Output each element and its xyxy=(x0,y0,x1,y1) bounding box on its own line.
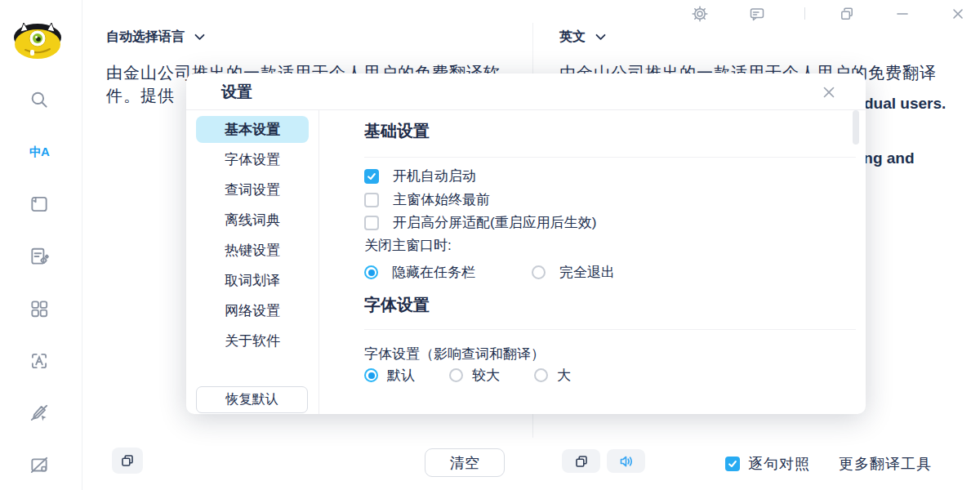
checkbox-autostart[interactable]: 开机自动启动 xyxy=(364,167,476,185)
compare-checkbox-label[interactable]: 逐句对照 xyxy=(748,454,810,474)
checkbox-unchecked-icon xyxy=(364,193,379,207)
radio-label-large[interactable]: 大 xyxy=(557,366,571,385)
restore-defaults-button[interactable]: 恢复默认 xyxy=(196,386,308,413)
target-copy-button[interactable] xyxy=(562,449,600,473)
font-size-radio-group: 默认 较大 大 xyxy=(364,366,571,385)
radio-unselected-icon[interactable] xyxy=(534,368,548,382)
menu-item-network[interactable]: 网络设置 xyxy=(196,297,309,324)
image-translate-icon[interactable] xyxy=(27,454,51,477)
app-logo[interactable] xyxy=(11,21,64,60)
menu-item-lookup[interactable]: 查词设置 xyxy=(196,176,309,203)
dialog-menu-divider xyxy=(318,109,319,414)
menu-item-offline[interactable]: 离线词典 xyxy=(196,207,309,234)
checkbox-always-on-top[interactable]: 主窗体始终最前 xyxy=(364,190,490,209)
radio-selected-icon[interactable] xyxy=(364,368,378,382)
radio-label-larger[interactable]: 较大 xyxy=(472,366,500,385)
window-restore-icon[interactable] xyxy=(836,3,858,24)
close-window-radio-group: 隐藏在任务栏 完全退出 xyxy=(364,263,615,282)
settings-gear-icon[interactable] xyxy=(689,3,710,24)
dialog-header-divider xyxy=(186,109,866,110)
settings-dialog: 设置 基本设置 字体设置 查词设置 离线词典 热键设置 取词划译 网络设置 关于… xyxy=(186,74,866,414)
dialog-close-icon[interactable] xyxy=(818,82,840,103)
checkbox-label: 开启高分屏适配(重启应用后生效) xyxy=(393,213,596,232)
copy-icon xyxy=(120,453,135,468)
speaker-button[interactable] xyxy=(607,449,645,473)
checkbox-label: 主窗体始终最前 xyxy=(393,190,490,209)
apps-grid-icon[interactable] xyxy=(27,297,51,320)
speaker-icon xyxy=(618,453,635,470)
source-language-selector[interactable]: 自动选择语言 xyxy=(106,29,205,46)
checkbox-checked-icon xyxy=(364,169,379,184)
titlebar-separator xyxy=(804,7,805,20)
menu-item-capture[interactable]: 取词划译 xyxy=(196,267,309,294)
section-divider xyxy=(364,157,856,158)
compare-checkbox[interactable] xyxy=(725,457,740,471)
chevron-down-icon xyxy=(194,33,205,41)
checkbox-label: 开机自动启动 xyxy=(393,167,476,185)
font-settings-header: 字体设置 xyxy=(364,294,430,316)
search-icon[interactable] xyxy=(27,88,51,111)
checkbox-hidpi[interactable]: 开启高分屏适配(重启应用后生效) xyxy=(364,213,596,232)
radio-label-default[interactable]: 默认 xyxy=(387,366,415,385)
source-copy-button[interactable] xyxy=(112,448,143,474)
target-translation-fragment-2: ing and xyxy=(859,149,915,167)
close-window-label: 关闭主窗口时: xyxy=(364,236,452,255)
ocr-capture-icon[interactable] xyxy=(27,350,51,372)
radio-selected-icon[interactable] xyxy=(364,265,378,279)
feedback-message-icon[interactable] xyxy=(746,3,768,24)
copy-icon xyxy=(574,454,589,469)
radio-label-exit[interactable]: 完全退出 xyxy=(559,263,615,282)
menu-item-font[interactable]: 字体设置 xyxy=(196,146,309,173)
doc-translate-icon[interactable] xyxy=(27,245,51,268)
target-language-label: 英文 xyxy=(559,29,586,46)
radio-unselected-icon[interactable] xyxy=(532,265,546,279)
checkbox-unchecked-icon xyxy=(364,216,379,230)
clear-button[interactable]: 清空 xyxy=(425,448,505,477)
radio-label-hide-taskbar[interactable]: 隐藏在任务栏 xyxy=(392,263,475,282)
target-translation-fragment-1: dual users. xyxy=(864,95,946,113)
menu-item-about[interactable]: 关于软件 xyxy=(196,327,309,354)
translate-icon[interactable]: 中A xyxy=(27,140,51,163)
wordbook-icon[interactable] xyxy=(27,193,51,216)
source-text-line2: 件。提供 xyxy=(106,85,175,107)
target-language-selector[interactable]: 英文 xyxy=(559,29,606,46)
font-settings-label: 字体设置（影响查词和翻译） xyxy=(364,345,545,363)
radio-unselected-icon[interactable] xyxy=(449,368,463,382)
clear-button-label: 清空 xyxy=(450,453,479,473)
screen-translate-icon[interactable] xyxy=(27,402,51,425)
chevron-down-icon xyxy=(595,33,606,41)
dialog-title: 设置 xyxy=(221,82,252,103)
menu-item-basic[interactable]: 基本设置 xyxy=(196,116,309,143)
basic-settings-header: 基础设置 xyxy=(364,120,430,142)
window-minimize-icon[interactable] xyxy=(892,3,913,24)
source-language-label: 自动选择语言 xyxy=(106,29,185,46)
dialog-scrollbar-thumb[interactable] xyxy=(853,110,859,145)
more-tools-link[interactable]: 更多翻译工具 xyxy=(839,454,932,474)
menu-item-hotkey[interactable]: 热键设置 xyxy=(196,237,309,264)
powerword-mascot-icon xyxy=(11,21,64,60)
section-divider xyxy=(364,329,856,330)
checkbox-checked-icon xyxy=(725,457,740,471)
sidebar: 中A xyxy=(0,0,82,490)
window-close-icon[interactable] xyxy=(947,3,969,24)
